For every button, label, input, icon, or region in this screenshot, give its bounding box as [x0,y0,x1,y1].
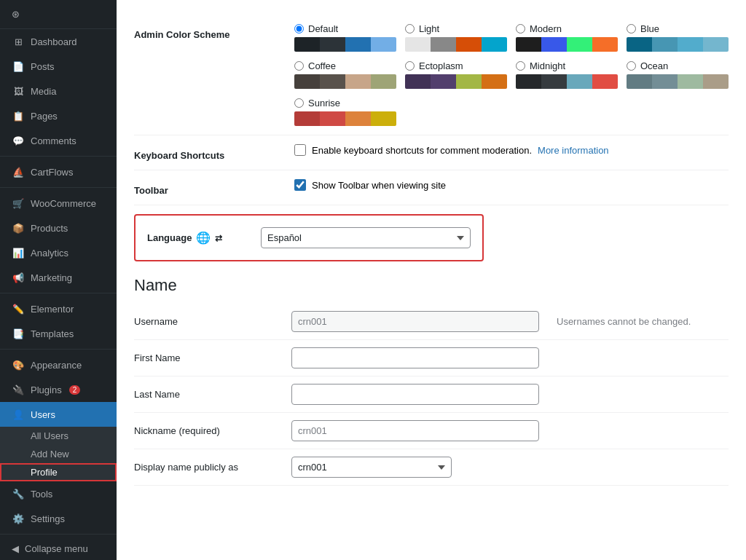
sidebar-submenu-add-new[interactable]: Add New [0,445,117,463]
sidebar-item-products[interactable]: 📦 Products [0,216,117,240]
toolbar-checkbox[interactable] [294,179,306,191]
last-name-input[interactable] [291,384,539,405]
color-scheme-midnight-label[interactable]: Midnight [516,60,618,71]
keyboard-shortcuts-label: Keyboard Shortcuts [134,144,280,161]
color-scheme-midnight-radio[interactable] [516,61,525,71]
color-scheme-options: Default Light [294,23,729,126]
display-name-select[interactable]: crn001 [291,457,452,478]
nickname-input[interactable] [291,420,539,441]
sidebar-submenu-profile[interactable]: Profile [0,463,117,481]
toolbar-label: Toolbar [134,179,280,196]
plugins-badge: 2 [69,385,81,395]
color-scheme-midnight: Midnight [516,60,618,89]
sidebar-divider-3 [0,293,117,293]
swatch [516,37,541,52]
blue-swatches [627,37,729,52]
swatch [294,111,320,126]
color-scheme-light-radio[interactable] [405,24,415,33]
sidebar-item-pages[interactable]: 📋 Pages [0,103,117,128]
last-name-label: Last Name [134,389,280,400]
color-scheme-default: Default [294,23,396,52]
sidebar-item-posts[interactable]: 📄 Posts [0,54,117,79]
sidebar-item-marketing[interactable]: 📢 Marketing [0,265,117,290]
field-row-first-name: First Name [134,340,729,376]
color-scheme-light: Light [405,23,507,52]
light-swatches [405,37,507,52]
sidebar-item-appearance[interactable]: 🎨 Appearance [0,352,117,377]
swatch [516,74,541,89]
username-hint: Usernames cannot be changed. [557,316,691,327]
ectoplasm-swatches [405,74,507,89]
sidebar-submenu-all-users[interactable]: All Users [0,427,117,445]
sidebar-item-templates[interactable]: 📑 Templates [0,321,117,346]
collapse-menu-button[interactable]: ◀ Collapse menu [0,537,117,560]
color-scheme-blue-radio[interactable] [627,24,636,33]
pages-icon: 📋 [12,109,25,122]
sidebar-item-label: Templates [31,328,74,339]
field-row-display-name: Display name publicly as crn001 [134,449,729,486]
swatch [320,111,345,126]
sidebar-item-label: Posts [31,61,55,72]
swatch [371,37,396,52]
plugins-icon: 🔌 [12,383,25,396]
sidebar-item-comments[interactable]: 💬 Comments [0,128,117,153]
keyboard-shortcuts-checkbox[interactable] [294,144,306,156]
templates-icon: 📑 [12,327,25,340]
color-scheme-sunrise-radio[interactable] [294,98,304,108]
sidebar-divider-2 [0,187,117,188]
keyboard-shortcuts-row: Keyboard Shortcuts Enable keyboard short… [134,135,729,170]
username-input[interactable] [291,311,539,332]
color-scheme-blue-label[interactable]: Blue [627,23,729,34]
analytics-icon: 📊 [12,246,25,259]
swatch [431,74,456,89]
sidebar-item-label: Plugins [31,384,62,395]
color-scheme-light-label[interactable]: Light [405,23,507,34]
users-icon: 👤 [12,408,25,421]
color-scheme-ectoplasm-label[interactable]: Ectoplasm [405,60,507,71]
color-scheme-default-label[interactable]: Default [294,23,396,34]
swatch [567,37,592,52]
sidebar-item-users[interactable]: 👤 Users [0,402,117,427]
collapse-icon: ◀ [12,543,19,554]
color-scheme-modern-label[interactable]: Modern [516,23,618,34]
color-scheme-sunrise: Sunrise [294,98,396,126]
swatch [592,37,618,52]
color-scheme-ocean-radio[interactable] [627,61,636,71]
midnight-swatches [516,74,618,89]
first-name-input[interactable] [291,347,539,368]
swatch [294,74,320,89]
keyboard-shortcuts-more-info[interactable]: More information [538,145,609,156]
sidebar-item-cartflows[interactable]: ⛵ CartFlows [0,159,117,184]
dashboard-icon: ⊞ [12,35,25,48]
swatch [456,37,482,52]
sidebar-divider-5 [0,534,117,535]
color-scheme-coffee-radio[interactable] [294,61,304,71]
sidebar-item-plugins[interactable]: 🔌 Plugins 2 [0,377,117,402]
toolbar-row: Toolbar Show Toolbar when viewing site [134,170,729,205]
color-scheme-default-radio[interactable] [294,24,304,33]
products-icon: 📦 [12,221,25,234]
media-icon: 🖼 [12,84,25,98]
color-scheme-sunrise-label[interactable]: Sunrise [294,98,396,109]
sidebar-item-dashboard[interactable]: ⊞ Dashboard [0,29,117,54]
swatch [541,74,567,89]
woocommerce-icon: 🛒 [12,197,25,210]
sidebar-item-label: Products [31,223,68,234]
color-scheme-ocean-label[interactable]: Ocean [627,60,729,71]
ocean-swatches [627,74,729,89]
color-scheme-ectoplasm-radio[interactable] [405,61,415,71]
swatch [371,111,396,126]
sidebar-item-media[interactable]: 🖼 Media [0,79,117,103]
language-select[interactable]: English Español Français Deutsch [261,227,471,248]
sidebar-item-woocommerce[interactable]: 🛒 WooCommerce [0,191,117,216]
elementor-icon: ✏️ [12,302,25,315]
sidebar-item-analytics[interactable]: 📊 Analytics [0,240,117,265]
color-scheme-coffee-label[interactable]: Coffee [294,60,396,71]
modern-swatches [516,37,618,52]
sidebar-item-tools[interactable]: 🔧 Tools [0,481,117,506]
sidebar-item-elementor[interactable]: ✏️ Elementor [0,296,117,321]
sidebar-item-label: Dashboard [31,36,77,47]
color-scheme-modern-radio[interactable] [516,24,525,33]
sidebar-logo: ⊛ [0,0,117,29]
sidebar-item-settings[interactable]: ⚙️ Settings [0,506,117,531]
